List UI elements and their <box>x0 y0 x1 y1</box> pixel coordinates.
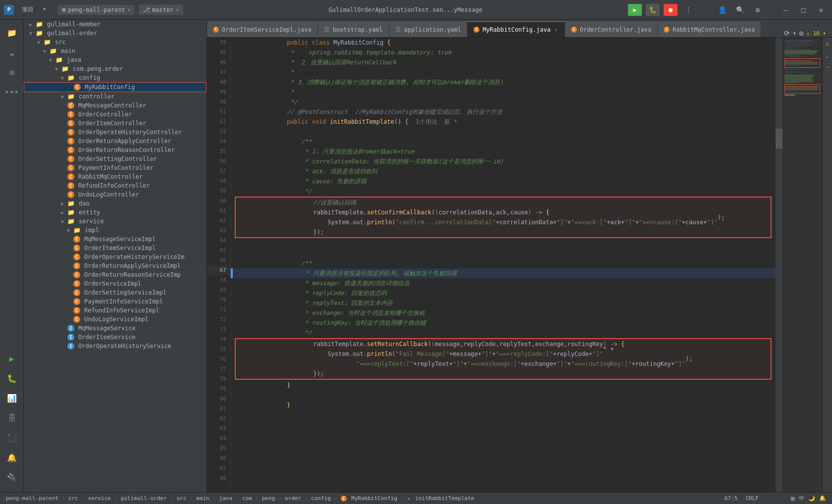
line-num-78: 78 <box>207 374 230 384</box>
tree-item-myrabbitconfig[interactable]: ▶ C MyRabbitConfig <box>24 82 207 92</box>
code-line-45: * spring.rabbitmq.template.mandatory: tr… <box>231 48 776 57</box>
tree-item-PaymentInfoController[interactable]: CPaymentInfoController <box>24 163 207 172</box>
position-text: 67:5 <box>725 495 738 502</box>
tree-item-main[interactable]: ▼ 📁 main <box>24 47 207 55</box>
tree-item-RabbitMqController[interactable]: CRabbitMqController <box>24 172 207 181</box>
right-sidebar-btn-1[interactable]: ⚠ <box>824 40 832 48</box>
sidebar-icon-more[interactable]: ••• <box>3 83 21 101</box>
tree-item-OrderItemService[interactable]: IOrderItemService <box>24 333 207 342</box>
tree-item-OrderItemServiceImpl[interactable]: COrderItemServiceImpl <box>24 244 207 252</box>
tab-close-icon[interactable]: ✕ <box>554 26 559 33</box>
moon-icon[interactable]: 🌙 <box>808 495 815 502</box>
sidebar-icon-notifications[interactable]: 🔔 <box>3 449 21 466</box>
close-button[interactable]: ✕ <box>814 4 828 16</box>
tree-item-UndoLogController[interactable]: CUndoLogController <box>24 190 207 199</box>
line-num-55: 55 <box>207 147 230 156</box>
branch-dropdown-icon[interactable]: ▾ <box>175 6 179 13</box>
tab-OrderItemServiceImpl[interactable]: C OrderItemServiceImpl.java <box>207 21 318 37</box>
tree-item-RefundInfoServiceImpl[interactable]: CRefundInfoServiceImpl <box>24 306 207 315</box>
editor-scrollbar[interactable] <box>776 38 782 492</box>
main-area: 📁 ☁ ⊞ ••• ▶ 🐛 📊 🗄 ⬛ 🔔 🔌 ▶ 📁 gulimall-mem… <box>0 20 832 492</box>
tree-item-src[interactable]: ▼ 📁 src <box>24 38 207 47</box>
project-dropdown-icon[interactable]: ▾ <box>127 6 131 13</box>
tab-application[interactable]: ☰ application.yaml <box>389 21 468 37</box>
tab-RabbitMqController[interactable]: C RabbitMqController.java <box>658 21 761 37</box>
tree-item-java[interactable]: ▼ 📁 java <box>24 55 207 64</box>
run-button[interactable]: ▶ <box>628 4 642 16</box>
tree-item-MqMessageService[interactable]: IMqMessageService <box>24 324 207 333</box>
scrollbar-thumb[interactable] <box>776 129 782 149</box>
class-icon: C <box>67 129 74 136</box>
right-sidebar-btn-2[interactable]: ━ <box>824 53 832 61</box>
line-num-75: 75 <box>207 345 230 354</box>
profile-button[interactable]: 👤 <box>715 4 729 16</box>
tree-item-OrderReturnReasonController[interactable]: COrderReturnReasonController <box>24 146 207 154</box>
settings-button[interactable]: ⚙ <box>751 4 765 16</box>
tree-item-dao[interactable]: ▶ 📁 dao <box>24 199 207 208</box>
tab-MyRabbitConfig[interactable]: C MyRabbitConfig.java ✕ <box>468 21 565 37</box>
lang-icon[interactable]: 中 <box>799 495 804 502</box>
debug-button[interactable]: 🐛 <box>646 4 660 16</box>
tree-item-OrderOperateHistoryServiceIm[interactable]: COrderOperateHistoryServiceIm <box>24 252 207 261</box>
sidebar-icon-run2[interactable]: ▶ <box>3 350 21 367</box>
tree-item-UndoLogServiceImpl[interactable]: CUndoLogServiceImpl <box>24 315 207 324</box>
stop-button[interactable]: ■ <box>664 4 677 16</box>
tree-item-PaymentInfoServiceImpl[interactable]: CPaymentInfoServiceImpl <box>24 297 207 306</box>
tree-item-OrderReturnApplyController[interactable]: COrderReturnApplyController <box>24 137 207 146</box>
tree-item-config[interactable]: ▼ 📁 config <box>24 73 207 82</box>
more-button[interactable]: ⋮ <box>681 4 695 16</box>
sidebar-icon-commits[interactable]: ☁ <box>3 44 21 61</box>
tree-item-com-peng-order[interactable]: ▼ 📁 com.peng.order <box>24 64 207 73</box>
menu-item-arrow[interactable]: ▾ <box>39 3 50 16</box>
menu-item-project[interactable]: 项目 <box>18 3 38 16</box>
tree-item-gulimall-member[interactable]: ▶ 📁 gulimall-member <box>24 20 207 29</box>
tree-item-entity[interactable]: ▶ 📁 entity <box>24 208 207 217</box>
search-button[interactable]: 🔍 <box>733 4 747 16</box>
tree-item-OrderController[interactable]: COrderController <box>24 110 207 119</box>
tree-item-MqMessageServiceImpl[interactable]: CMqMessageServiceImpl <box>24 235 207 244</box>
line-num-68: 68 <box>207 275 230 285</box>
sidebar-icon-profiler[interactable]: 📊 <box>3 389 21 407</box>
tab-history-icon[interactable]: ⟳ <box>784 29 790 37</box>
tree-item-OrderOperateHistoryService[interactable]: IOrderOperateHistoryService <box>24 342 207 351</box>
tree-item-OrderServiceImpl[interactable]: COrderServiceImpl <box>24 279 207 288</box>
notify-icon[interactable]: 🔔 <box>819 495 826 502</box>
grid-icon[interactable]: ⊞ <box>791 495 795 503</box>
sidebar-icon-structure[interactable]: ⊞ <box>3 63 21 81</box>
line-num-76: 76 <box>207 354 230 364</box>
tree-item-gulimall-order[interactable]: ▼ 📁 gulimall-order <box>24 29 207 38</box>
tree-label: impl <box>85 227 99 234</box>
sidebar-icon-debug[interactable]: 🐛 <box>3 369 21 387</box>
titlebar-menu[interactable]: 项目 ▾ <box>18 3 50 16</box>
tab-dropdown-icon[interactable]: ▾ <box>793 30 796 37</box>
code-line-60: //设置确认回调 <box>236 198 771 207</box>
tab-OrderController[interactable]: C OrderController.java <box>565 21 658 37</box>
right-sidebar-btn-3[interactable]: ━ <box>824 63 832 71</box>
minimize-button[interactable]: — <box>779 4 792 16</box>
sidebar-icon-database[interactable]: 🗄 <box>3 409 21 427</box>
branch-tag[interactable]: ⎇ master ▾ <box>139 4 183 15</box>
maximize-button[interactable]: □ <box>796 4 810 16</box>
tree-item-controller[interactable]: ▼ 📁 controller <box>24 92 207 101</box>
code-line-64 <box>231 239 776 249</box>
tree-item-MqMessageController[interactable]: CMqMessageController <box>24 101 207 110</box>
sidebar-icon-folder[interactable]: 📁 <box>3 24 21 42</box>
tree-item-OrderReturnApplyServiceImpl[interactable]: COrderReturnApplyServiceImpl <box>24 261 207 270</box>
tree-item-OrderSettingServiceImpl[interactable]: COrderSettingServiceImpl <box>24 288 207 297</box>
project-tag[interactable]: peng-mall-parent ▾ <box>58 5 135 15</box>
code-line-68: * message: 投递失败的消息详细信息 <box>231 278 776 288</box>
tree-item-OrderOperateHistoryController[interactable]: COrderOperateHistoryController <box>24 128 207 137</box>
sidebar-icon-plugins[interactable]: 🔌 <box>3 468 21 486</box>
tab-settings-icon[interactable]: ⚙ <box>799 29 803 37</box>
tree-item-OrderSettingController[interactable]: COrderSettingController <box>24 154 207 163</box>
tree-item-service[interactable]: ▼ 📁 service <box>24 217 207 226</box>
tree-item-OrderReturnReasonServiceImp[interactable]: COrderReturnReasonServiceImp <box>24 270 207 279</box>
tree-item-OrderItemController[interactable]: COrderItemController <box>24 119 207 128</box>
tab-bootstrap[interactable]: ☰ bootstrap.yaml <box>318 21 389 37</box>
tree-item-RefundInfoController[interactable]: CRefundInfoController <box>24 181 207 190</box>
code-content[interactable]: public class MyRabbitConfig { * spring.r… <box>231 38 776 492</box>
sidebar-icon-terminal[interactable]: ⬛ <box>3 429 21 447</box>
titlebar-center-text: GulimallOrderApplicationTest.sen...yMess… <box>187 6 624 13</box>
line-num-51: 51 <box>207 107 230 117</box>
tree-item-impl[interactable]: ▼ 📁 impl <box>24 226 207 235</box>
